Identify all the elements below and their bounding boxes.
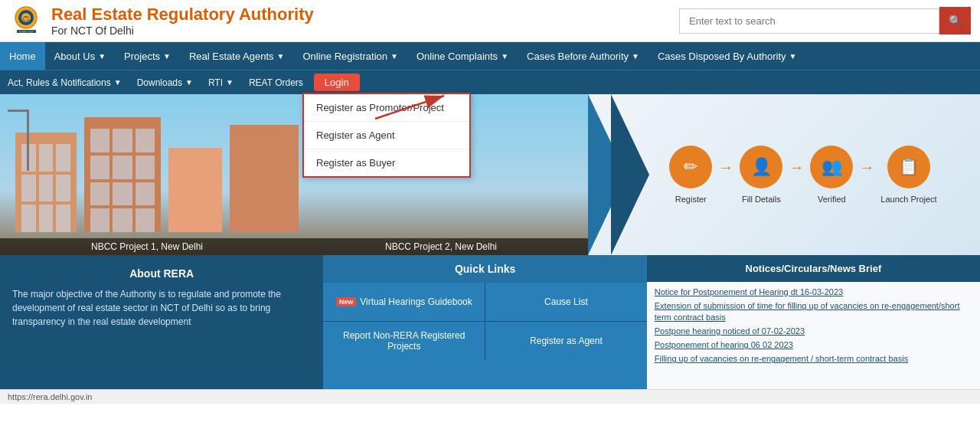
footer-url-text: https://rera.delhi.gov.in bbox=[8, 392, 92, 401]
nav-online-complaints[interactable]: Online Complaints ▼ bbox=[407, 42, 518, 70]
nav-cases-before-authority[interactable]: Cases Before Authority ▼ bbox=[518, 42, 648, 70]
ql-item-cause-list[interactable]: Cause List bbox=[485, 283, 647, 321]
step-launch-label: Launch Project bbox=[880, 195, 936, 204]
registration-steps: ✏ Register → 👤 Fill Details → 👥 Verified… bbox=[616, 146, 952, 204]
search-area: 🔍 bbox=[679, 7, 971, 34]
primary-nav: Home About Us ▼ Projects ▼ Real Estate A… bbox=[0, 42, 980, 70]
step-verified: 👥 Verified bbox=[810, 146, 853, 204]
nav-rti[interactable]: RTI ▼ bbox=[201, 70, 241, 95]
agents-arrow-icon: ▼ bbox=[277, 52, 285, 61]
nav-real-estate-agents[interactable]: Real Estate Agents ▼ bbox=[180, 42, 293, 70]
step-launch: 📋 Launch Project bbox=[880, 146, 936, 204]
secondary-nav: Act, Rules & Notifications ▼ Downloads ▼… bbox=[0, 70, 980, 94]
hero-caption-right: NBCC Project 2, New Delhi bbox=[294, 238, 588, 255]
hero-section: NBCC Project 1, New Delhi NBCC Project 2… bbox=[0, 94, 980, 255]
step-fill-icon: 👤 bbox=[740, 146, 782, 188]
hero-steps-area: ✏ Register → 👤 Fill Details → 👥 Verified… bbox=[588, 94, 980, 255]
svg-text:सत्यमेव जयते: सत्यमेव जयते bbox=[18, 29, 34, 33]
notice-item-0[interactable]: Notice for Postponement of Hearing dt 16… bbox=[655, 287, 972, 297]
step-register: ✏ Register bbox=[669, 146, 712, 204]
hero-caption-left: NBCC Project 1, New Delhi bbox=[0, 238, 294, 255]
logo-area: 🦁 सत्यमेव जयते Real Estate Regulatory Au… bbox=[9, 4, 314, 38]
india-emblem-icon: 🦁 सत्यमेव जयते bbox=[9, 4, 44, 38]
cases-before-arrow-icon: ▼ bbox=[632, 52, 639, 61]
building-2-graphic bbox=[84, 117, 161, 232]
step-verified-icon: 👥 bbox=[810, 146, 853, 188]
nav-reat-orders[interactable]: REAT Orders bbox=[241, 70, 311, 95]
notice-item-3[interactable]: Postponement of hearing 06 02 2023 bbox=[655, 339, 972, 350]
building-3-graphic bbox=[168, 148, 222, 232]
step-arrow-1-icon: → bbox=[718, 159, 733, 176]
chevron-decoration bbox=[588, 94, 649, 255]
quick-links-title: Quick Links bbox=[323, 255, 646, 283]
svg-text:🦁: 🦁 bbox=[22, 15, 30, 23]
search-button[interactable]: 🔍 bbox=[939, 7, 971, 34]
step-register-icon: ✏ bbox=[669, 146, 712, 188]
site-title: Real Estate Regulatory Authority For NCT… bbox=[51, 5, 314, 37]
ql-item-register-agent[interactable]: Register as Agent bbox=[485, 322, 647, 360]
step-fill-details: 👤 Fill Details bbox=[740, 146, 782, 204]
ql-item-virtual-hearings[interactable]: New Virtual Hearings Guidebook bbox=[323, 283, 485, 321]
site-subtitle: For NCT Of Delhi bbox=[51, 25, 314, 37]
about-rera-panel: About RERA The major objective of the Au… bbox=[0, 255, 323, 389]
nav-act-rules[interactable]: Act, Rules & Notifications ▼ bbox=[0, 70, 129, 95]
nav-online-registration[interactable]: Online Registration ▼ bbox=[293, 42, 407, 70]
about-rera-text: The major objective of the Authority is … bbox=[12, 287, 311, 329]
notice-item-1[interactable]: Extension of submission of time for fill… bbox=[655, 300, 972, 323]
step-arrow-2-icon: → bbox=[789, 159, 804, 176]
site-name: Real Estate Regulatory Authority bbox=[51, 5, 314, 25]
rti-arrow-icon: ▼ bbox=[226, 78, 234, 87]
step-verified-label: Verified bbox=[818, 195, 846, 204]
about-us-arrow-icon: ▼ bbox=[98, 52, 106, 61]
login-button[interactable]: Login bbox=[314, 74, 360, 91]
online-registration-dropdown: Register as Promoter/Project Register as… bbox=[302, 93, 471, 178]
dropdown-item-promoter[interactable]: Register as Promoter/Project bbox=[304, 94, 469, 122]
dropdown-item-agent[interactable]: Register as Agent bbox=[304, 122, 469, 149]
registration-arrow-icon: ▼ bbox=[390, 52, 398, 61]
building-1-graphic bbox=[15, 133, 77, 232]
cases-disposed-arrow-icon: ▼ bbox=[789, 52, 797, 61]
notice-item-4[interactable]: Filling up of vacancies on re-engagement… bbox=[655, 353, 972, 364]
nav-home[interactable]: Home bbox=[0, 42, 45, 70]
step-register-label: Register bbox=[675, 195, 707, 204]
ql-item-report-non-rera[interactable]: Report Non-RERA Registered Projects bbox=[323, 322, 485, 360]
nav-cases-disposed[interactable]: Cases Disposed By Authority ▼ bbox=[648, 42, 806, 70]
site-header: 🦁 सत्यमेव जयते Real Estate Regulatory Au… bbox=[0, 0, 980, 42]
projects-arrow-icon: ▼ bbox=[163, 52, 171, 61]
bottom-info-section: About RERA The major objective of the Au… bbox=[0, 255, 980, 389]
search-input[interactable] bbox=[679, 8, 939, 34]
chevron-2-icon bbox=[611, 94, 649, 255]
downloads-arrow-icon: ▼ bbox=[185, 78, 193, 87]
notices-title: Notices/Circulars/News Brief bbox=[647, 255, 980, 282]
complaints-arrow-icon: ▼ bbox=[501, 52, 508, 61]
step-arrow-3-icon: → bbox=[859, 159, 874, 176]
hero-image-left: NBCC Project 1, New Delhi NBCC Project 2… bbox=[0, 94, 588, 255]
notice-item-2[interactable]: Postpone hearing noticed of 07-02-2023 bbox=[655, 326, 972, 336]
notices-list: Notice for Postponement of Hearing dt 16… bbox=[647, 282, 980, 372]
step-launch-icon: 📋 bbox=[887, 146, 930, 188]
act-rules-arrow-icon: ▼ bbox=[114, 78, 122, 87]
building-4-graphic bbox=[230, 125, 299, 232]
dropdown-item-buyer[interactable]: Register as Buyer bbox=[304, 149, 469, 176]
nav-downloads[interactable]: Downloads ▼ bbox=[129, 70, 201, 95]
footer-url-bar: https://rera.delhi.gov.in bbox=[0, 389, 980, 404]
quick-links-panel: Quick Links New Virtual Hearings Guidebo… bbox=[323, 255, 646, 389]
step-fill-label: Fill Details bbox=[742, 195, 781, 204]
new-badge: New bbox=[336, 297, 357, 306]
about-rera-title: About RERA bbox=[12, 267, 311, 280]
nav-projects[interactable]: Projects ▼ bbox=[115, 42, 180, 70]
nav-about-us[interactable]: About Us ▼ bbox=[45, 42, 115, 70]
quick-links-grid: New Virtual Hearings Guidebook Cause Lis… bbox=[323, 283, 646, 360]
notices-panel: Notices/Circulars/News Brief Notice for … bbox=[647, 255, 980, 389]
